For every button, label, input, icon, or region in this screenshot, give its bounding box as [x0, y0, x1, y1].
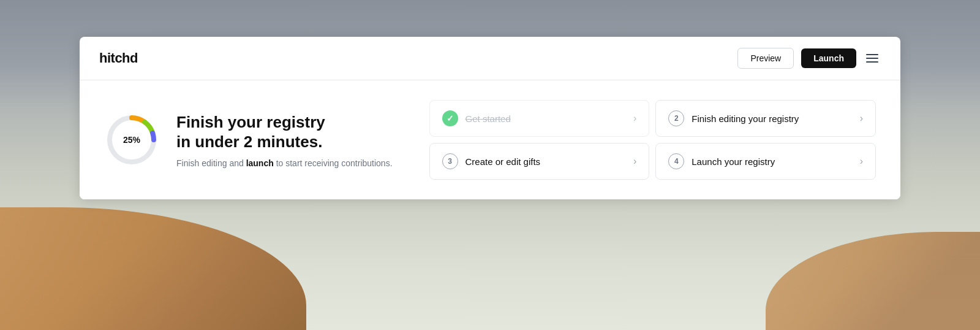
hamburger-line-1 — [866, 54, 878, 55]
step-2-label: Finish editing your registry — [692, 113, 852, 124]
step-4-chevron-icon: › — [860, 156, 863, 167]
preview-button[interactable]: Preview — [737, 48, 794, 69]
hamburger-menu[interactable] — [864, 52, 881, 65]
page-container: hitchd Preview Launch — [0, 0, 980, 330]
checkmark-icon: ✓ — [447, 114, 454, 123]
step-card-2[interactable]: 2 Finish editing your registry › — [655, 100, 876, 137]
header-actions: Preview Launch — [737, 48, 881, 69]
step-2-chevron-icon: › — [860, 113, 863, 124]
main-heading: Finish your registry in under 2 minutes. — [176, 112, 393, 152]
step-1-check: ✓ — [442, 110, 458, 126]
steps-grid: ✓ Get started › 2 Finish editing your re… — [429, 100, 876, 180]
hamburger-line-2 — [866, 58, 878, 59]
progress-section: 25% Finish your registry in under 2 minu… — [104, 112, 393, 168]
subtext-suffix: to start receiving contributions. — [274, 158, 393, 168]
subtext-link[interactable]: launch — [246, 158, 274, 168]
launch-button[interactable]: Launch — [801, 48, 856, 68]
step-3-label: Create or edit gifts — [466, 156, 626, 167]
step-card-3[interactable]: 3 Create or edit gifts › — [429, 143, 650, 180]
subtext-prefix: Finish editing and — [176, 158, 246, 168]
step-card-4[interactable]: 4 Launch your registry › — [655, 143, 876, 180]
main-card: hitchd Preview Launch — [80, 37, 900, 199]
step-4-label: Launch your registry — [692, 156, 852, 167]
heading-line1: Finish your registry — [176, 113, 325, 131]
step-3-badge: 3 — [442, 153, 458, 169]
step-card-1[interactable]: ✓ Get started › — [429, 100, 650, 137]
text-section: Finish your registry in under 2 minutes.… — [176, 112, 393, 168]
step-2-badge: 2 — [668, 110, 684, 126]
step-1-chevron-icon: › — [633, 113, 636, 124]
subtext: Finish editing and launch to start recei… — [176, 158, 393, 168]
step-4-badge: 4 — [668, 153, 684, 169]
heading-line2: in under 2 minutes. — [176, 132, 322, 151]
step-1-label: Get started — [466, 113, 626, 124]
donut-label: 25% — [123, 135, 140, 145]
donut-chart: 25% — [104, 112, 159, 167]
step-3-chevron-icon: › — [633, 156, 636, 167]
hamburger-line-3 — [866, 61, 878, 63]
header: hitchd Preview Launch — [80, 37, 900, 80]
logo: hitchd — [99, 50, 138, 66]
content: 25% Finish your registry in under 2 minu… — [80, 80, 900, 199]
